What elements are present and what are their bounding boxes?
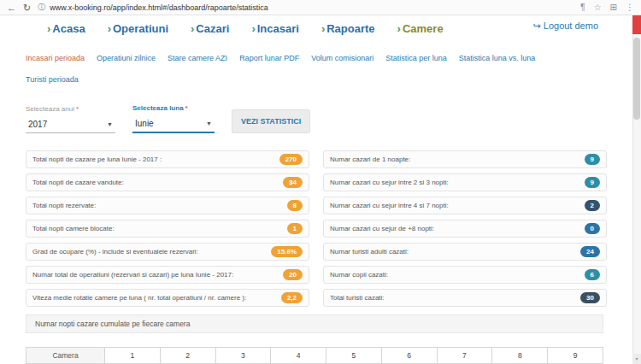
stat-label: Viteza medie rotatie camere pe luna ( nr…	[32, 294, 246, 302]
year-select-value: 2017	[28, 120, 47, 129]
stat-label: Numar total de operatiuni (rezervari si …	[32, 271, 233, 279]
table-cell: 6	[381, 348, 437, 364]
stats-left-column: Total nopti de cazare pe luna Iunie - 20…	[26, 150, 309, 307]
stat-row: Numar turisti adulti cazati:24	[323, 243, 607, 261]
table-cell: 1	[105, 348, 161, 364]
table-cell: 2	[160, 348, 215, 364]
stat-row: Total turisti cazati:30	[323, 289, 607, 307]
tab-statistica-per-luna[interactable]: Statistica per luna	[385, 54, 447, 62]
stat-value-badge: 34	[283, 177, 303, 188]
nav-item-incasari[interactable]: ›Incasari	[251, 22, 299, 35]
tab-statistica-luna-vs-luna[interactable]: Statistica luna vs. luna	[459, 54, 536, 62]
stat-value-badge: 9	[585, 154, 600, 165]
stat-label: Total nopti de cazare pe luna Iunie - 20…	[32, 156, 162, 163]
stat-label: Numar copii cazati:	[330, 271, 388, 279]
logout-button[interactable]: ↪Logout demo	[533, 21, 598, 32]
view-statistics-button[interactable]: VEZI STATISTICI	[232, 109, 310, 133]
nav-item-rapoarte[interactable]: ›Rapoarte	[321, 22, 375, 35]
stat-label: Total nopti rezervate:	[32, 202, 96, 209]
nav-item-operatiuni[interactable]: ›Operatiuni	[108, 22, 168, 35]
stat-row: Grad de ocupare (%) - include si eventua…	[26, 243, 309, 261]
scrollbar-down-arrow[interactable]: ▾	[632, 354, 641, 364]
stat-value-badge: 30	[580, 292, 600, 303]
bookmark-star-icon[interactable]: ☆	[594, 3, 602, 12]
year-field-label: Selecteaza anul*	[26, 105, 115, 113]
stat-value-badge: 15.6%	[271, 246, 303, 257]
chevron-right-icon: ›	[251, 22, 255, 35]
report-tabs-row2: Turisti perioada	[26, 75, 641, 84]
stat-label: Total turisti cazati:	[330, 294, 385, 302]
rooms-nights-table: Camera 1 2 3 4 5 6 7 8 9 Nr. nopti cazar…	[26, 347, 603, 364]
nav-label: Acasa	[52, 22, 85, 35]
chevron-right-icon: ›	[397, 22, 401, 35]
month-field: Selecteaza luna* Iunie ▼	[132, 104, 215, 133]
stat-value-badge: 2,2	[281, 292, 303, 303]
scrollbar-thumb[interactable]	[633, 38, 640, 120]
table-cell: 3	[215, 348, 271, 364]
required-marker: *	[76, 105, 79, 113]
chevron-right-icon: ›	[191, 22, 194, 35]
tab-raport-lunar-pdf[interactable]: Raport lunar PDF	[239, 54, 299, 62]
reload-icon[interactable]: ↻	[23, 0, 31, 15]
stat-row: Total nopti de cazare pe luna Iunie - 20…	[26, 150, 309, 168]
month-field-label: Selecteaza luna*	[132, 104, 215, 112]
section-title: Numar nopti cazare cumulate pe fiecare c…	[26, 314, 603, 333]
table-header-row: Camera 1 2 3 4 5 6 7 8 9	[26, 348, 603, 364]
nav-item-camere[interactable]: ›Camere	[397, 22, 444, 35]
nav-label: Rapoarte	[326, 22, 374, 35]
url-text[interactable]: www.x-booking.ro/app/index.html#/dashboa…	[50, 3, 268, 12]
table-cell: 9	[548, 348, 603, 364]
stat-value-badge: 2	[585, 200, 600, 211]
stat-row: Numar total de operatiuni (rezervari si …	[26, 266, 309, 284]
stat-value-badge: 1	[287, 223, 303, 234]
stat-label: Numar cazari cu sejur intre 2 si 3 nopti…	[330, 179, 449, 186]
url-bar[interactable]: ⓘ www.x-booking.ro/app/index.html#/dashb…	[38, 2, 573, 13]
statistics-panel: Total nopti de cazare pe luna Iunie - 20…	[26, 150, 641, 307]
stats-right-column: Numar cazari de 1 noapte:9 Numar cazari …	[323, 150, 607, 307]
stat-row: Numar cazari cu sejur intre 4 si 7 nopti…	[323, 197, 607, 214]
year-select[interactable]: 2017 ▼	[26, 117, 115, 133]
report-tabs-row1: Incasari perioada Operatiuni zilnice Sta…	[26, 54, 641, 62]
tab-operatiuni-zilnice[interactable]: Operatiuni zilnice	[97, 54, 156, 62]
stat-row: Total nopti camere blocate:1	[26, 220, 309, 238]
year-field: Selecteaza anul* 2017 ▼	[26, 105, 115, 133]
statistics-filter-form: Selecteaza anul* 2017 ▼ Selecteaza luna*…	[26, 104, 641, 133]
stat-row: Numar cazari de 1 noapte:9	[323, 150, 607, 168]
nav-label: Incasari	[257, 22, 299, 35]
browser-menu-icon[interactable]: ⋮	[626, 3, 634, 12]
stat-row: Total nopti rezervate:8	[26, 197, 309, 214]
stat-label: Total nopti de cazare vandute:	[32, 179, 124, 186]
tab-incasari-perioada[interactable]: Incasari perioada	[26, 54, 85, 62]
stat-row: Numar copii cazati:6	[323, 266, 607, 284]
nav-item-cazari[interactable]: ›Cazari	[191, 22, 229, 35]
tab-turisti-perioada[interactable]: Turisti perioada	[26, 75, 79, 84]
stat-value-badge: 6	[585, 269, 600, 280]
page-info-icon[interactable]: ⓘ	[38, 2, 45, 13]
nav-item-acasa[interactable]: ›Acasa	[47, 22, 85, 35]
table-cell: 7	[437, 348, 492, 364]
scrollbar-red-marker	[632, 15, 641, 34]
stat-label: Numar cazari cu sejur intre 4 si 7 nopti…	[330, 202, 449, 209]
stat-value-badge: 20	[283, 269, 303, 280]
browser-address-bar: ← ↻ ⓘ www.x-booking.ro/app/index.html#/d…	[0, 0, 641, 15]
extension-icon[interactable]: ¶	[580, 3, 585, 12]
stat-label: Total nopti camere blocate:	[32, 225, 115, 232]
nav-label: Operatiuni	[113, 22, 168, 35]
table-cell: 5	[326, 348, 382, 364]
tab-volum-comisionari[interactable]: Volum comisionari	[311, 54, 373, 62]
stat-value-badge: 8	[287, 200, 303, 211]
tab-switcher-icon[interactable]: ⊞	[610, 3, 617, 12]
stat-row: Numar cazari cu sejur intre 2 si 3 nopti…	[323, 173, 607, 191]
back-icon[interactable]: ←	[7, 0, 16, 15]
stat-label: Numar cazari cu sejur de +8 nopti:	[330, 225, 434, 232]
browser-toolbar-icons: ¶ ☆ ⊞ ⋮	[580, 3, 634, 12]
dropdown-arrow-icon: ▼	[206, 120, 212, 126]
logout-label: Logout demo	[544, 21, 598, 31]
dropdown-arrow-icon: ▼	[107, 121, 113, 127]
tab-stare-camere-azi[interactable]: Stare camere AZI	[168, 54, 227, 62]
month-select[interactable]: Iunie ▼	[132, 116, 215, 133]
table-cell: 8	[492, 348, 548, 364]
stat-row: Viteza medie rotatie camere pe luna ( nr…	[26, 289, 309, 307]
stat-value-badge: 9	[585, 177, 600, 188]
nav-label: Cazari	[196, 22, 229, 35]
